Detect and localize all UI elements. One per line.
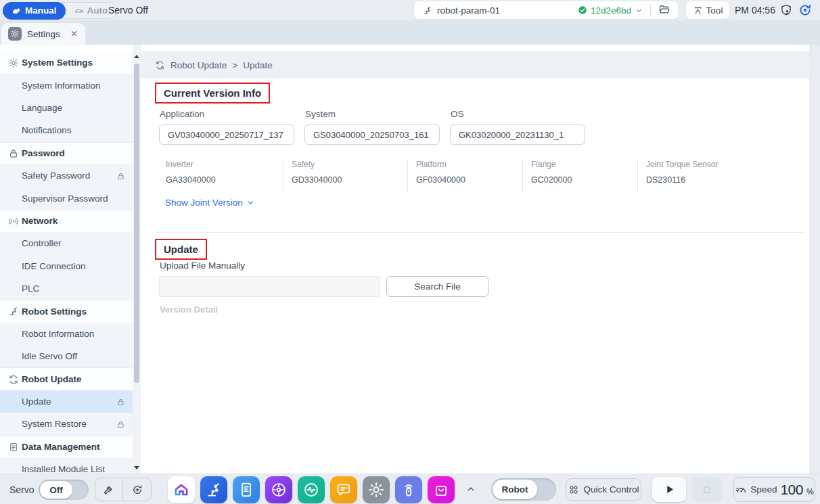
rabbit-icon — [12, 5, 22, 16]
check-circle-icon — [578, 5, 587, 15]
sidebar-item-plc[interactable]: PLC — [0, 277, 133, 300]
sidebar-item-language[interactable]: Language — [0, 97, 133, 119]
sidebar-item-data-management[interactable]: Data Management — [0, 436, 133, 458]
current-version-info-title: Current Version Info — [155, 83, 270, 104]
dock-home-icon[interactable] — [168, 476, 195, 503]
scroll-up-arrow[interactable] — [133, 51, 141, 61]
app-window: Manual Auto Servo Off robot-param-01 12d… — [0, 0, 820, 504]
system-label: System — [305, 109, 440, 119]
sidebar-item-supervisor-password[interactable]: Supervisor Password — [0, 187, 133, 209]
sidebar-item-installed-module-list[interactable]: Installed Module List — [0, 458, 133, 474]
sync-update-button[interactable] — [123, 478, 151, 501]
sidebar-scrollbar[interactable] — [133, 45, 141, 474]
manual-mode-button[interactable]: Manual — [3, 2, 66, 20]
refresh-icon — [8, 374, 19, 385]
field-application: Application GV03040000_20250717_137 — [159, 109, 294, 145]
upload-file-label: Upload File Manually — [160, 260, 245, 271]
dock-collapse-button[interactable] — [464, 483, 478, 497]
field-flange: Flange GC020000 — [522, 160, 572, 192]
restore-status-button[interactable] — [798, 3, 812, 17]
wrench-icon — [103, 484, 115, 496]
sidebar-item-update[interactable]: Update — [0, 390, 133, 413]
speed-control[interactable]: Speed 100 % — [733, 477, 815, 502]
dock-dpad-icon[interactable] — [265, 476, 292, 503]
field-os: OS GK03020000_20231130_1 — [450, 109, 585, 145]
servo-status-label: Servo Off — [108, 0, 148, 20]
tab-label: Settings — [27, 29, 64, 39]
robot-sim-toggle[interactable]: Robot — [491, 478, 556, 501]
refresh-icon — [155, 60, 165, 70]
play-button[interactable] — [652, 477, 686, 502]
dock-health-monitor-icon[interactable] — [298, 476, 325, 503]
sidebar-item-safety-password[interactable]: Safety Password — [0, 164, 133, 187]
close-icon — [70, 29, 78, 38]
dock-store-icon[interactable] — [428, 476, 455, 503]
dock-robot-arm-icon[interactable] — [200, 476, 227, 503]
restore-icon — [798, 3, 812, 17]
operation-mode-toggle: Manual Auto — [3, 2, 117, 19]
safety-user-button[interactable] — [779, 3, 793, 17]
lock-icon — [116, 397, 125, 406]
grid-icon — [568, 484, 579, 495]
scroll-down-arrow[interactable] — [133, 463, 141, 472]
tool-icon — [693, 5, 703, 16]
robot-param-name: robot-param-01 — [437, 5, 578, 16]
show-joint-version-link[interactable]: Show Joint Version — [165, 198, 255, 208]
auto-mode-label: Auto — [87, 5, 108, 16]
sidebar-item-password[interactable]: Password — [0, 142, 133, 164]
dock-document-icon[interactable] — [233, 476, 260, 503]
servo-toggle-knob[interactable]: Off — [40, 481, 72, 499]
breadcrumb-page: Update — [243, 60, 273, 70]
sidebar-item-robot-information[interactable]: Robot Information — [0, 323, 133, 345]
main-scrollbar-gutter[interactable] — [809, 45, 820, 474]
dock-settings-icon[interactable] — [363, 476, 390, 503]
tab-close-button[interactable] — [69, 29, 78, 39]
field-platform: Platform GF03040000 — [407, 160, 465, 192]
sync-plus-icon — [131, 484, 143, 496]
dock-message-icon[interactable] — [330, 476, 357, 503]
servo-toggle[interactable]: Off — [39, 480, 89, 500]
robot-toggle-knob[interactable]: Robot — [493, 480, 537, 499]
folder-icon — [658, 3, 670, 16]
lock-icon — [116, 419, 125, 428]
utility-button-group — [95, 478, 152, 501]
version-hash-badge[interactable]: 12d2e6bd — [578, 5, 643, 16]
chevron-down-icon — [246, 198, 255, 207]
sidebar-item-system-restore[interactable]: System Restore — [0, 413, 133, 435]
tool-button[interactable]: Tool — [686, 1, 729, 19]
field-inverter: Inverter GA33040000 — [166, 160, 216, 192]
sidebar-item-idle-servo-off[interactable]: Idle Servo Off — [0, 345, 133, 367]
servo-label: Servo — [9, 474, 35, 504]
sidebar-item-system-information[interactable]: System Information — [0, 74, 133, 96]
chevron-down-icon — [635, 6, 643, 15]
update-page: Robot Update > Update Current Version In… — [141, 45, 809, 474]
sidebar-item-robot-settings[interactable]: Robot Settings — [0, 300, 133, 322]
system-value: GS03040000_20250703_161 — [304, 124, 440, 145]
gear-icon — [8, 58, 19, 68]
open-file-button[interactable] — [658, 3, 671, 17]
sidebar-item-ide-connection[interactable]: IDE Connection — [0, 255, 133, 277]
scrollbar-thumb[interactable] — [134, 64, 139, 383]
quick-control-button[interactable]: Quick Control — [566, 478, 641, 501]
sidebar-item-network[interactable]: Network — [0, 210, 133, 232]
upload-file-input[interactable] — [159, 276, 380, 297]
dock-remote-control-icon[interactable] — [395, 476, 422, 503]
tab-settings[interactable]: Settings — [1, 23, 85, 45]
shield-user-icon — [779, 3, 793, 17]
stop-icon — [700, 483, 714, 497]
sidebar-item-controller[interactable]: Controller — [0, 232, 133, 254]
sidebar-item-system-settings[interactable]: System Settings — [0, 51, 133, 74]
wrench-button[interactable] — [95, 478, 123, 501]
stop-button[interactable] — [691, 477, 723, 502]
chip-divider — [650, 5, 651, 16]
search-file-button[interactable]: Search File — [386, 276, 488, 297]
sidebar-item-robot-update[interactable]: Robot Update — [0, 367, 133, 390]
turtle-icon — [74, 5, 84, 16]
breadcrumb-section: Robot Update — [170, 60, 227, 70]
settings-sidebar: System Settings System Information Langu… — [0, 45, 133, 474]
chevron-up-icon — [465, 484, 476, 495]
robot-param-selector[interactable]: robot-param-01 12d2e6bd — [414, 1, 678, 19]
tab-strip: Settings — [0, 20, 820, 45]
sidebar-item-notifications[interactable]: Notifications — [0, 119, 133, 141]
robot-arm-icon — [422, 5, 432, 16]
